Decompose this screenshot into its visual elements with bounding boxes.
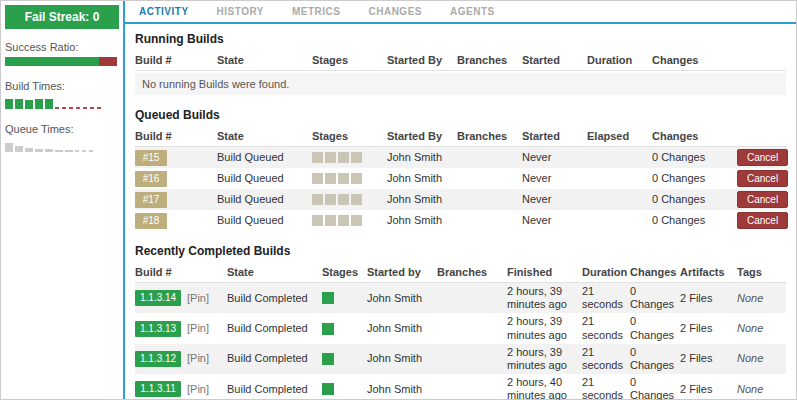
build-number-badge[interactable]: 1.1.3.12 bbox=[135, 351, 181, 367]
changes-cell: 0 Changes bbox=[630, 285, 680, 311]
tab-activity[interactable]: ACTIVITY bbox=[125, 1, 203, 22]
stages-indicator bbox=[312, 215, 387, 226]
build-number-badge[interactable]: 1.1.3.11 bbox=[135, 381, 181, 397]
fail-streak-banner: Fail Streak: 0 bbox=[5, 5, 119, 29]
build-number-badge[interactable]: #18 bbox=[135, 213, 167, 229]
artifacts-cell: 2 Files bbox=[680, 352, 737, 365]
col-header: State bbox=[217, 54, 312, 66]
started-by-cell: John Smith bbox=[367, 322, 437, 335]
finished-cell: 2 hours, 39 minutes ago bbox=[507, 346, 582, 372]
col-header: Changes bbox=[652, 54, 737, 66]
tags-cell: None bbox=[737, 322, 786, 335]
activity-content: Running Builds Build # State Stages Star… bbox=[125, 24, 796, 400]
running-builds-section: Running Builds Build # State Stages Star… bbox=[135, 32, 786, 95]
tab-changes[interactable]: CHANGES bbox=[354, 1, 436, 22]
col-header: Branches bbox=[457, 130, 522, 142]
completed-builds-title: Recently Completed Builds bbox=[135, 244, 786, 258]
build-times-block: Build Times: bbox=[5, 80, 119, 109]
stages-indicator bbox=[322, 353, 367, 365]
started-by-cell: John Smith bbox=[387, 214, 457, 227]
duration-cell: 21 seconds bbox=[582, 285, 630, 311]
table-row: #16 Build Queued John Smith Never 0 Chan… bbox=[135, 168, 786, 189]
running-builds-title: Running Builds bbox=[135, 32, 786, 46]
col-header: Started by bbox=[367, 266, 437, 278]
col-header: State bbox=[217, 130, 312, 142]
col-header: Build # bbox=[135, 54, 217, 66]
started-by-cell: John Smith bbox=[387, 193, 457, 206]
duration-cell: 21 seconds bbox=[582, 315, 630, 341]
tags-cell: None bbox=[737, 383, 786, 396]
running-empty-message: No running Builds were found. bbox=[135, 73, 786, 95]
cancel-button[interactable]: Cancel bbox=[737, 191, 788, 208]
table-row: 1.1.3.11 [Pin] Build Completed John Smit… bbox=[135, 374, 786, 400]
build-number-badge[interactable]: 1.1.3.13 bbox=[135, 321, 181, 337]
queued-builds-title: Queued Builds bbox=[135, 108, 786, 122]
col-header: Elapsed bbox=[587, 130, 652, 142]
stages-indicator bbox=[312, 194, 387, 205]
col-header: Started By bbox=[387, 130, 457, 142]
changes-cell: 0 Changes bbox=[652, 214, 737, 227]
duration-cell: 21 seconds bbox=[582, 376, 630, 400]
col-header: Stages bbox=[312, 130, 387, 142]
pin-link[interactable]: [Pin] bbox=[187, 292, 227, 305]
tab-metrics[interactable]: METRICS bbox=[278, 1, 355, 22]
finished-cell: 2 hours, 39 minutes ago bbox=[507, 315, 582, 341]
col-header: Build # bbox=[135, 130, 217, 142]
stages-indicator bbox=[322, 383, 367, 395]
state-cell: Build Queued bbox=[217, 172, 312, 185]
col-header: Artifacts bbox=[680, 266, 737, 278]
queued-table-header: Build # State Stages Started By Branches… bbox=[135, 127, 786, 147]
tab-bar: ACTIVITY HISTORY METRICS CHANGES AGENTS bbox=[125, 1, 796, 24]
started-by-cell: John Smith bbox=[387, 172, 457, 185]
tab-history[interactable]: HISTORY bbox=[203, 1, 278, 22]
table-row: #18 Build Queued John Smith Never 0 Chan… bbox=[135, 210, 786, 231]
build-times-label: Build Times: bbox=[5, 80, 119, 92]
col-header: Stages bbox=[312, 54, 387, 66]
col-header: Started bbox=[522, 54, 587, 66]
completed-table-header: Build # State Stages Started by Branches… bbox=[135, 263, 786, 283]
col-header: State bbox=[227, 266, 322, 278]
state-cell: Build Queued bbox=[217, 151, 312, 164]
started-cell: Never bbox=[522, 214, 587, 227]
col-header: Branches bbox=[437, 266, 507, 278]
sidebar: Fail Streak: 0 Success Ratio: Build Time… bbox=[1, 1, 123, 399]
stages-indicator bbox=[312, 152, 387, 163]
started-cell: Never bbox=[522, 151, 587, 164]
build-number-badge[interactable]: #15 bbox=[135, 150, 167, 166]
tags-cell: None bbox=[737, 352, 786, 365]
col-header: Tags bbox=[737, 266, 786, 278]
col-header: Started By bbox=[387, 54, 457, 66]
started-by-cell: John Smith bbox=[367, 352, 437, 365]
pin-link[interactable]: [Pin] bbox=[187, 383, 227, 396]
col-header: Changes bbox=[630, 266, 680, 278]
started-by-cell: John Smith bbox=[367, 292, 437, 305]
stages-indicator bbox=[322, 292, 367, 304]
artifacts-cell: 2 Files bbox=[680, 322, 737, 335]
pin-link[interactable]: [Pin] bbox=[187, 352, 227, 365]
pin-link[interactable]: [Pin] bbox=[187, 322, 227, 335]
changes-cell: 0 Changes bbox=[630, 346, 680, 372]
queue-times-block: Queue Times: bbox=[5, 123, 119, 152]
changes-cell: 0 Changes bbox=[652, 193, 737, 206]
cancel-button[interactable]: Cancel bbox=[737, 170, 788, 187]
artifacts-cell: 2 Files bbox=[680, 383, 737, 396]
build-dashboard: Fail Streak: 0 Success Ratio: Build Time… bbox=[0, 0, 797, 400]
running-table-header: Build # State Stages Started By Branches… bbox=[135, 51, 786, 71]
completed-builds-section: Recently Completed Builds Build # State … bbox=[135, 244, 786, 400]
col-header: Build # bbox=[135, 266, 187, 278]
col-header: Stages bbox=[322, 266, 367, 278]
cancel-button[interactable]: Cancel bbox=[737, 212, 788, 229]
state-cell: Build Completed bbox=[227, 352, 322, 365]
duration-cell: 21 seconds bbox=[582, 346, 630, 372]
col-header: Branches bbox=[457, 54, 522, 66]
tab-agents[interactable]: AGENTS bbox=[436, 1, 509, 22]
build-number-badge[interactable]: #16 bbox=[135, 171, 167, 187]
success-ratio-chart bbox=[5, 57, 117, 66]
state-cell: Build Queued bbox=[217, 214, 312, 227]
main-panel: ACTIVITY HISTORY METRICS CHANGES AGENTS … bbox=[123, 1, 796, 399]
changes-cell: 0 Changes bbox=[630, 315, 680, 341]
build-number-badge[interactable]: 1.1.3.14 bbox=[135, 290, 181, 306]
build-number-badge[interactable]: #17 bbox=[135, 192, 167, 208]
table-row: #15 Build Queued John Smith Never 0 Chan… bbox=[135, 147, 786, 168]
cancel-button[interactable]: Cancel bbox=[737, 149, 788, 166]
